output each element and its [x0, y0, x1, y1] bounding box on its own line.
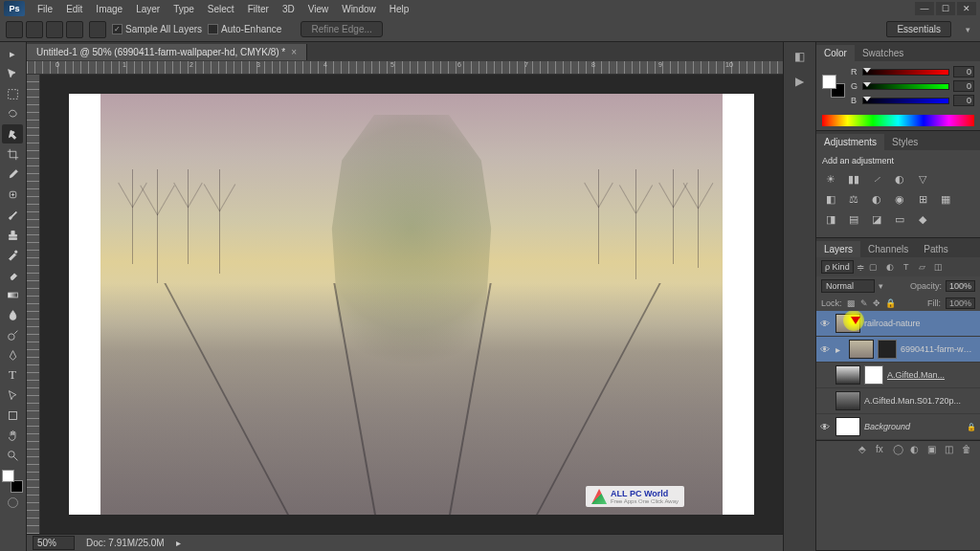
tab-swatches[interactable]: Swatches [855, 45, 911, 61]
layer-name[interactable]: Background [864, 422, 963, 431]
b-slider[interactable] [862, 98, 949, 104]
g-slider[interactable] [862, 83, 949, 90]
filter-pixel-icon[interactable]: ▢ [867, 260, 880, 274]
workspace-menu-icon[interactable]: ▾ [961, 23, 974, 36]
path-select-tool[interactable] [2, 386, 23, 405]
blend-mode-select[interactable]: Normal [821, 279, 875, 293]
quick-mask-icon[interactable] [8, 497, 18, 508]
menu-view[interactable]: View [301, 2, 336, 16]
brush-picker-icon[interactable] [89, 21, 106, 38]
filter-smart-icon[interactable]: ◫ [932, 260, 946, 274]
layer-name[interactable]: A.Gifted.Man... [887, 370, 976, 380]
panel-color-swatch[interactable] [822, 75, 845, 98]
quick-select-tool[interactable] [2, 124, 23, 143]
eraser-tool[interactable] [2, 265, 23, 284]
blur-tool[interactable] [2, 305, 23, 324]
properties-dock-icon[interactable]: ▶ [791, 73, 810, 90]
color-balance-icon[interactable]: ⚖ [845, 191, 862, 207]
new-fill-icon[interactable]: ◐ [910, 444, 924, 457]
visibility-icon[interactable]: 👁 [820, 422, 832, 432]
layer-thumb[interactable] [835, 391, 860, 410]
canvas-viewport[interactable]: ALL PC World Free Apps One Click Away [40, 75, 783, 534]
sample-all-checkbox[interactable] [112, 24, 122, 34]
brightness-icon[interactable]: ☀ [822, 171, 839, 187]
menu-select[interactable]: Select [201, 2, 241, 16]
posterize-icon[interactable]: ▤ [845, 211, 862, 227]
ruler-horizontal[interactable]: 0 1 2 3 4 5 6 7 8 9 10 [27, 61, 783, 75]
r-slider[interactable] [862, 69, 949, 76]
layer-name[interactable]: A.Gifted.Man.S01.720p... [864, 396, 976, 406]
layer-row[interactable]: 👁 railroad-nature [816, 311, 980, 337]
filter-shape-icon[interactable]: ▱ [916, 260, 929, 274]
layer-thumb[interactable] [835, 365, 860, 385]
stamp-tool[interactable] [2, 225, 23, 244]
vibrance-icon[interactable]: ▽ [914, 171, 931, 187]
layer-row[interactable]: A.Gifted.Man... [816, 363, 980, 388]
layer-mask-icon[interactable]: ◯ [893, 444, 906, 457]
document-tab[interactable]: Untitled-1 @ 50% (6990411-farm-wallpaper… [27, 44, 307, 60]
dodge-tool[interactable] [2, 325, 23, 344]
color-spectrum[interactable] [822, 115, 974, 126]
tab-adjustments[interactable]: Adjustments [816, 134, 884, 150]
status-arrow-icon[interactable]: ▸ [176, 538, 181, 548]
layer-kind-filter[interactable]: ρ Kind [821, 260, 854, 274]
menu-help[interactable]: Help [383, 2, 416, 16]
history-dock-icon[interactable]: ◧ [791, 48, 810, 65]
threshold-icon[interactable]: ◪ [868, 211, 885, 227]
history-brush-tool[interactable] [2, 245, 23, 264]
gradient-tool[interactable] [2, 285, 23, 304]
lock-all-icon[interactable]: 🔒 [885, 298, 896, 308]
maximize-button[interactable]: ☐ [936, 2, 955, 15]
layer-name[interactable]: railroad-nature [864, 319, 976, 328]
lock-transparent-icon[interactable]: ▩ [847, 298, 856, 308]
exposure-icon[interactable]: ◐ [891, 171, 908, 187]
r-value[interactable]: 0 [953, 66, 974, 77]
layer-row[interactable]: A.Gifted.Man.S01.720p... [816, 388, 980, 414]
filter-adjust-icon[interactable]: ◐ [883, 260, 897, 274]
layer-row[interactable]: 👁 Background 🔒 [816, 414, 980, 440]
menu-window[interactable]: Window [335, 2, 383, 16]
marquee-tool[interactable] [2, 84, 23, 103]
workspace-selector[interactable]: Essentials [886, 21, 951, 37]
lookup-icon[interactable]: ▦ [937, 191, 954, 207]
layer-thumb[interactable] [835, 417, 860, 436]
close-button[interactable]: ✕ [957, 2, 976, 15]
visibility-icon[interactable]: 👁 [820, 319, 832, 329]
type-tool[interactable]: T [2, 365, 23, 385]
delete-layer-icon[interactable]: 🗑 [962, 444, 975, 457]
layer-mask[interactable] [878, 340, 897, 359]
new-layer-icon[interactable]: ◫ [945, 444, 958, 457]
gradient-map-icon[interactable]: ▭ [891, 211, 908, 227]
bw-icon[interactable]: ◐ [868, 191, 885, 207]
auto-enhance-checkbox[interactable] [208, 24, 218, 34]
canvas[interactable]: ALL PC World Free Apps One Click Away [69, 94, 754, 515]
visibility-icon[interactable]: 👁 [820, 344, 832, 355]
lock-pixels-icon[interactable]: ✎ [860, 298, 868, 308]
lock-position-icon[interactable]: ✥ [873, 298, 880, 308]
menu-file[interactable]: File [31, 2, 59, 16]
filter-type-icon[interactable]: T [900, 260, 913, 274]
tab-color[interactable]: Color [816, 45, 855, 61]
minimize-button[interactable]: — [915, 2, 934, 15]
menu-edit[interactable]: Edit [59, 2, 89, 16]
layer-mask[interactable] [864, 365, 883, 385]
move-tool[interactable] [2, 64, 23, 83]
pen-tool[interactable] [2, 345, 23, 364]
zoom-tool[interactable] [2, 446, 23, 465]
new-group-icon[interactable]: ▣ [927, 444, 941, 457]
layer-name[interactable]: 6990411-farm-wallp... [901, 344, 976, 354]
tab-paths[interactable]: Paths [916, 241, 956, 257]
tab-layers[interactable]: Layers [816, 241, 860, 257]
menu-type[interactable]: Type [167, 2, 201, 16]
healing-tool[interactable] [2, 185, 23, 204]
crop-tool[interactable] [2, 144, 23, 164]
lasso-tool[interactable] [2, 104, 23, 123]
expand-tools-icon[interactable]: ▸ [2, 44, 23, 63]
new-selection-icon[interactable] [26, 21, 43, 38]
tab-channels[interactable]: Channels [860, 241, 916, 257]
tab-styles[interactable]: Styles [884, 134, 925, 150]
selective-color-icon[interactable]: ◆ [914, 211, 931, 227]
subtract-selection-icon[interactable] [66, 21, 83, 38]
levels-icon[interactable]: ▮▮ [845, 171, 862, 187]
add-selection-icon[interactable] [46, 21, 63, 38]
